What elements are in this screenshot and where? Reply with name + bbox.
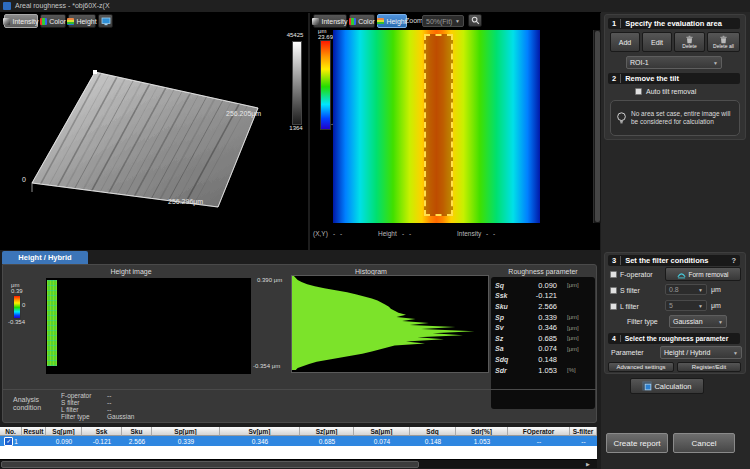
center-height-button[interactable]: Height [377, 14, 407, 28]
height-image-title: Height image [11, 268, 251, 275]
roughness-param-row: Sku2.566 [491, 301, 595, 312]
form-removal-icon [677, 270, 686, 279]
table-col-header[interactable]: Sz[μm] [300, 427, 354, 436]
section3-header: 3 Set the filter conditions ? [608, 255, 740, 266]
vertical-scrollbar[interactable] [593, 30, 601, 223]
hint-box: No area set case, entire image will be c… [610, 100, 740, 136]
height-scale-min: -0.354 [8, 319, 25, 325]
gray-colorbar-min: 1364 [282, 125, 310, 131]
l-filter-unit: μm [711, 302, 721, 309]
height-scale-max: 0.39 [11, 288, 23, 294]
table-col-header[interactable]: Sku [122, 427, 152, 436]
histogram-plot [291, 275, 489, 373]
cursor-pos-y: - [340, 230, 342, 237]
analysis-condition-row: Filter typeGaussian [61, 413, 261, 420]
3d-surface-view[interactable]: 256.205μm 256.296μm 0 [0, 12, 308, 250]
roughness-param-row: Sdq0.148 [491, 354, 595, 365]
vertical-scrollbar-thumb[interactable] [595, 31, 600, 222]
bulb-icon [616, 111, 627, 126]
roughness-title: Roughness parameter [491, 268, 595, 275]
color-map-panel: Intensity Color Height Zoom 50%(Fit) ▼ μ… [310, 12, 600, 250]
l-filter-label: L filter [620, 303, 639, 310]
color-icon [349, 18, 356, 25]
results-table: No.ResultSq[μm]SskSkuSp[μm]Sv[μm]Sz[μm]S… [0, 427, 597, 459]
center-color-button[interactable]: Color [349, 14, 375, 28]
f-operator-label: F-operator [620, 271, 653, 278]
table-col-header[interactable]: Sa[μm] [354, 427, 410, 436]
cancel-button[interactable]: Cancel [673, 433, 735, 453]
table-col-header[interactable]: Sdq [410, 427, 456, 436]
axis-label-origin: 0 [22, 176, 26, 183]
left-intensity-button[interactable]: Intensity [4, 14, 38, 28]
table-col-header[interactable]: Result [22, 427, 46, 436]
calculation-button[interactable]: Calculation [630, 378, 704, 394]
magnifier-button[interactable] [468, 14, 482, 27]
l-filter-checkbox[interactable] [610, 303, 617, 310]
register-edit-button[interactable]: Register/Edit [677, 362, 741, 372]
filter-type-select[interactable]: Gaussian ▼ [669, 315, 727, 328]
roi-select[interactable]: ROI-1 ▼ [626, 56, 722, 69]
cursor-intensity-label: Intensity [457, 230, 481, 237]
roughness-param-row: Sv0.346[μm] [491, 322, 595, 333]
cursor-pos-label: (X,Y) [313, 230, 328, 237]
intensity-icon [312, 18, 319, 25]
center-intensity-button[interactable]: Intensity [313, 14, 347, 28]
app-window: Areal roughness - *obj60X-z(X 256.205μm … [0, 0, 750, 469]
l-filter-select[interactable]: 5 ▼ [665, 300, 707, 311]
f-operator-checkbox[interactable] [610, 271, 617, 278]
advanced-settings-button[interactable]: Advanced settings [608, 362, 674, 372]
left-color-button[interactable]: Color [40, 14, 66, 28]
roughness-param-row: Sz0.685[μm] [491, 333, 595, 344]
horizontal-scrollbar-thumb[interactable] [1, 461, 419, 468]
roi-rectangle[interactable] [424, 34, 453, 216]
table-cell: 0.346 [220, 436, 300, 446]
s-filter-label: S filter [620, 287, 640, 294]
3d-display-icon [101, 17, 111, 26]
table-col-header[interactable]: S-filter [570, 427, 597, 436]
table-row[interactable]: ✓10.090-0.1212.5660.3390.3460.6850.0740.… [0, 436, 597, 446]
calculation-icon [642, 381, 652, 391]
zoom-select[interactable]: 50%(Fit) ▼ [422, 15, 464, 27]
table-cell: 0.685 [300, 436, 354, 446]
chevron-down-icon: ▼ [733, 350, 738, 356]
table-col-header[interactable]: Sp[μm] [152, 427, 220, 436]
help-icon[interactable]: ? [731, 256, 736, 265]
delete-button[interactable]: Delete [674, 32, 705, 52]
table-header-row: No.ResultSq[μm]SskSkuSp[μm]Sv[μm]Sz[μm]S… [0, 427, 597, 436]
filter-type-label: Filter type [627, 318, 658, 325]
s-filter-unit: μm [711, 286, 721, 293]
horizontal-scrollbar[interactable]: ▶ [0, 459, 597, 468]
add-button[interactable]: Add [610, 32, 640, 52]
analysis-condition-strip: Analysis condition F-operator--S filter-… [3, 389, 596, 424]
axis-label-bottom: 256.296μm [168, 198, 203, 206]
create-report-button[interactable]: Create report [606, 433, 668, 453]
tab-height-hybrid[interactable]: Height / Hybrid [2, 251, 88, 264]
analysis-condition-label: Analysis condition [13, 396, 49, 412]
s-filter-select[interactable]: 0.8 ▼ [665, 284, 707, 295]
delete-all-button[interactable]: Delete all [707, 32, 740, 52]
table-col-header[interactable]: Sv[μm] [220, 427, 300, 436]
height-scale-zero: 0 [22, 302, 25, 308]
row-checkbox[interactable]: ✓ [4, 437, 13, 446]
height-image-canvas [46, 278, 251, 374]
color-icon [40, 18, 47, 25]
edit-button[interactable]: Edit [642, 32, 672, 52]
cursor-intensity-v1: - [486, 230, 488, 237]
auto-tilt-checkbox[interactable] [635, 88, 642, 95]
s-filter-checkbox[interactable] [610, 287, 617, 294]
table-cell: 0.148 [410, 436, 456, 446]
table-col-header[interactable]: Sdr[%] [456, 427, 508, 436]
table-col-header[interactable]: FOperator [508, 427, 570, 436]
table-col-header[interactable]: No. [0, 427, 22, 436]
cursor-height-v1: - [402, 230, 404, 237]
scroll-right-arrow-icon[interactable]: ▶ [586, 461, 590, 467]
3d-display-button[interactable] [98, 14, 113, 28]
table-cell: 0.339 [152, 436, 220, 446]
chevron-down-icon: ▼ [698, 303, 703, 309]
analysis-condition-row: L filter-- [61, 406, 261, 413]
table-col-header[interactable]: Sq[μm] [46, 427, 82, 436]
parameter-select[interactable]: Height / Hybrid ▼ [660, 346, 742, 359]
left-height-button[interactable]: Height [68, 14, 96, 28]
table-col-header[interactable]: Ssk [82, 427, 122, 436]
form-removal-button[interactable]: Form removal [665, 267, 741, 281]
